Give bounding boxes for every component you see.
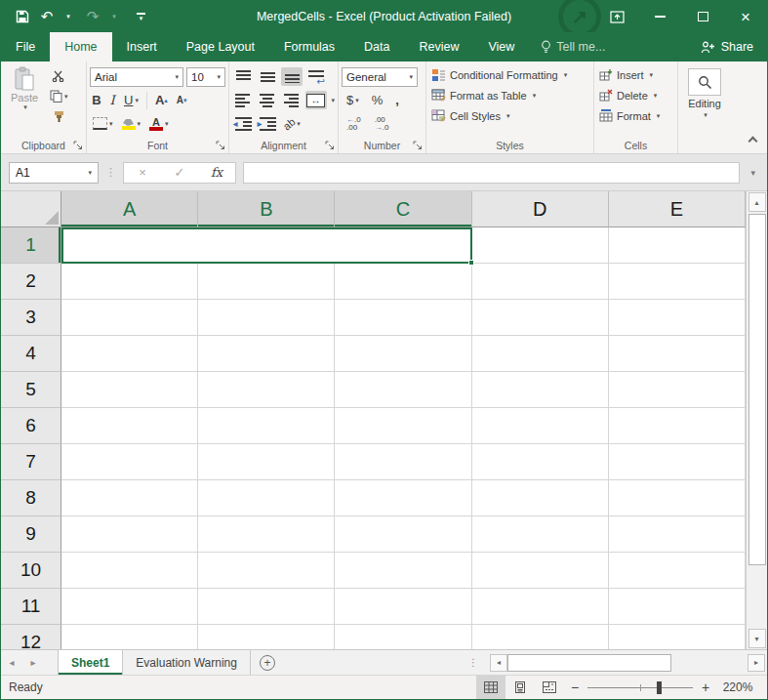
align-center-button[interactable] (257, 91, 278, 109)
zoom-slider-thumb[interactable] (657, 681, 662, 694)
grid-cell[interactable] (609, 480, 746, 516)
grid-cell[interactable] (61, 300, 198, 336)
grid-cell[interactable] (609, 408, 746, 444)
tab-file[interactable]: File (1, 32, 50, 62)
view-normal-button[interactable] (476, 676, 505, 699)
grid-cell[interactable] (198, 300, 335, 336)
save-button[interactable] (11, 4, 34, 29)
grid-cell[interactable] (472, 589, 609, 625)
grid-cell[interactable] (609, 553, 746, 589)
cancel-button[interactable]: × (124, 163, 161, 183)
row-header[interactable]: 8 (1, 480, 61, 516)
redo-button[interactable]: ↷ (81, 4, 104, 29)
font-family-select[interactable]: Arial▾ (90, 67, 183, 87)
grid-cell[interactable] (61, 408, 198, 444)
sheet-nav-right-button[interactable]: ▸ (22, 650, 44, 675)
conditional-formatting-button[interactable]: Conditional Formatting ▾ (429, 64, 590, 85)
decrease-decimal-button[interactable]: .00 →.0 (372, 114, 392, 134)
insert-function-button[interactable]: fx (198, 163, 235, 183)
row-header[interactable]: 12 (1, 625, 61, 649)
merge-center-dropdown[interactable]: ▾ (332, 97, 336, 104)
zoom-slider[interactable] (587, 681, 693, 694)
row-header[interactable]: 4 (1, 336, 61, 372)
horizontal-scrollbar[interactable]: ◂ ▸ (490, 650, 765, 675)
decrease-font-size-button[interactable]: A▾ (174, 93, 190, 107)
tab-view[interactable]: View (473, 32, 529, 62)
borders-button[interactable]: ▾ (90, 115, 116, 132)
align-left-button[interactable] (232, 91, 254, 109)
view-page-layout-button[interactable] (505, 676, 535, 699)
grid-cell[interactable] (472, 408, 609, 444)
undo-dropdown[interactable]: ▾ (57, 4, 80, 29)
increase-font-size-button[interactable]: A▴ (152, 91, 171, 109)
grid-cell[interactable] (472, 553, 609, 589)
row-header[interactable]: 6 (1, 408, 61, 444)
scroll-up-button[interactable]: ▴ (748, 192, 766, 212)
scroll-right-button[interactable]: ▸ (748, 654, 765, 672)
tab-scroll-splitter[interactable]: ⋮ (463, 650, 484, 675)
grid-cell[interactable] (472, 264, 609, 300)
font-dialog-launcher[interactable] (216, 141, 225, 150)
grid-cell[interactable] (198, 264, 335, 300)
grid-cell[interactable] (61, 372, 198, 408)
format-painter-button[interactable] (47, 108, 71, 125)
grid-cell[interactable] (609, 625, 746, 649)
column-header-d[interactable]: D (472, 191, 609, 227)
copy-button[interactable]: ▾ (47, 88, 71, 104)
redo-dropdown[interactable]: ▾ (102, 4, 126, 29)
select-all-corner[interactable] (1, 191, 61, 227)
grid-cell[interactable] (335, 589, 471, 625)
grid-cell[interactable] (198, 589, 335, 625)
format-as-table-button[interactable]: Format as Table ▾ (429, 85, 590, 105)
row-header[interactable]: 5 (1, 372, 61, 408)
expand-formula-bar-button[interactable]: ▾ (747, 168, 759, 178)
vertical-scroll-thumb[interactable] (748, 214, 766, 565)
grid-cell[interactable] (335, 553, 471, 589)
maximize-button[interactable] (681, 2, 724, 31)
sheet-tab-evaluation-warning[interactable]: Evaluation Warning (123, 650, 251, 675)
tab-formulas[interactable]: Formulas (269, 32, 349, 62)
grid-cell[interactable] (472, 444, 609, 480)
grid-cell[interactable] (335, 372, 471, 408)
row-header[interactable]: 3 (1, 300, 61, 336)
merged-cell-a1-c1[interactable] (61, 227, 472, 264)
delete-cells-button[interactable]: Delete ▾ (597, 85, 674, 105)
tell-me-box[interactable]: Tell me... (529, 32, 617, 62)
wrap-text-button[interactable]: ↩ (305, 67, 327, 86)
horizontal-scroll-track[interactable] (671, 654, 748, 672)
percent-style-button[interactable]: % (369, 91, 386, 109)
merge-center-button[interactable]: ↔ (305, 91, 327, 109)
sheet-nav-left-button[interactable]: ◂ (1, 650, 22, 675)
fill-handle[interactable] (468, 260, 474, 266)
row-header[interactable]: 7 (1, 444, 61, 480)
font-color-button[interactable]: A ▾ (146, 115, 172, 133)
grid-cell[interactable] (198, 516, 335, 553)
grid-cell[interactable] (61, 589, 198, 625)
grid-cell[interactable] (335, 300, 471, 336)
bold-button[interactable]: B (90, 91, 103, 109)
view-page-break-button[interactable] (535, 676, 564, 699)
row-header[interactable]: 1 (1, 227, 61, 264)
horizontal-scroll-thumb[interactable] (507, 654, 671, 672)
vertical-scrollbar[interactable]: ▴ ▾ (746, 191, 767, 649)
grid-cell[interactable] (61, 336, 198, 372)
zoom-level[interactable]: 220% (716, 680, 767, 694)
customize-qat-button[interactable]: ▾ (137, 13, 145, 21)
grid-cell[interactable] (198, 480, 335, 516)
grid-cell[interactable] (472, 516, 609, 553)
row-header[interactable]: 10 (1, 553, 61, 589)
grid-cell[interactable] (198, 336, 335, 372)
grid-cell[interactable] (609, 264, 746, 300)
tab-page-layout[interactable]: Page Layout (172, 32, 269, 62)
grid-cell[interactable] (198, 372, 335, 408)
grid-cell[interactable] (472, 625, 609, 649)
grid-cell[interactable] (609, 372, 746, 408)
number-dialog-launcher[interactable] (413, 141, 423, 150)
name-box[interactable]: A1▾ (9, 162, 99, 184)
column-header-b[interactable]: B (198, 191, 335, 227)
column-header-e[interactable]: E (609, 191, 746, 227)
formula-input[interactable] (243, 162, 740, 184)
number-format-select[interactable]: General▾ (342, 67, 418, 87)
grid-cell[interactable] (335, 408, 471, 444)
tab-insert[interactable]: Insert (112, 32, 172, 62)
